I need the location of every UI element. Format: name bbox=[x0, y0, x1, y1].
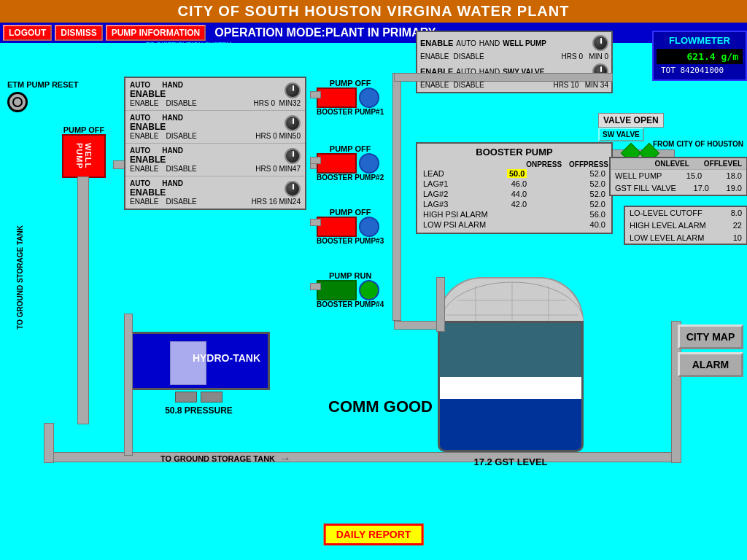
hand-label-1: HAND bbox=[162, 81, 183, 89]
disable-4[interactable]: DISABLE bbox=[166, 198, 196, 206]
disable-2[interactable]: DISABLE bbox=[166, 132, 196, 140]
lag2-label: LAG#2 bbox=[423, 190, 448, 198]
low-psi-row: LOW PSI ALARM 40.0 bbox=[420, 219, 608, 230]
booster-pump-1-area: PUMP OFF BOOSTER PUMP#1 bbox=[317, 79, 384, 116]
disable-1[interactable]: DISABLE bbox=[166, 99, 196, 107]
side-label-text: TO GROUND STORAGE TANK bbox=[16, 225, 24, 330]
pipe-h-1 bbox=[310, 91, 321, 98]
booster-1-status: PUMP OFF bbox=[317, 79, 384, 88]
page-header: CITY OF SOUTH HOUSTON VIRGINA WATER PLAN… bbox=[0, 0, 747, 23]
logout-button[interactable]: LOGOUT bbox=[3, 25, 52, 41]
enable-3[interactable]: ENABLE bbox=[130, 165, 158, 173]
sw-valve-button[interactable]: SW VALVE bbox=[598, 128, 644, 141]
booster-4-body bbox=[317, 280, 384, 300]
enable-4[interactable]: ENABLE bbox=[130, 198, 158, 206]
enable-wp[interactable]: ENABLE bbox=[420, 52, 449, 61]
well-pump-knob[interactable] bbox=[592, 35, 608, 51]
high-psi-row: HIGH PSI ALARM 56.0 bbox=[420, 209, 608, 219]
disable-3[interactable]: DISABLE bbox=[166, 165, 196, 173]
booster-3-body bbox=[317, 217, 384, 237]
well-enable-row1: ENABLE AUTO HAND WELL PUMP bbox=[420, 35, 608, 51]
hydro-tank-label: HYDRO-TANK bbox=[193, 352, 260, 364]
booster-3-label: BOOSTER PUMP#3 bbox=[317, 237, 384, 245]
booster-pump-3-area: PUMP OFF BOOSTER PUMP#3 bbox=[317, 208, 384, 245]
booster-1-motor bbox=[359, 88, 379, 108]
well-pump-on-val: 15.0 bbox=[686, 171, 702, 180]
to-distribution-label: TO DISTRIBUTION SYSTEM bbox=[146, 41, 232, 48]
enable-label-2: ENABLE bbox=[130, 122, 183, 132]
dismiss-button[interactable]: DISMISS bbox=[55, 25, 102, 41]
hand-label-2: HAND bbox=[162, 114, 183, 122]
pipe-gst-v bbox=[436, 277, 445, 332]
booster-pump-2-area: PUMP OFF BOOSTER PUMP#2 bbox=[317, 144, 384, 182]
enable-sv[interactable]: ENABLE bbox=[420, 81, 449, 89]
hydro-pressure-label: 50.8 PRESSURE bbox=[128, 405, 270, 416]
valve-area: VALVE OPEN SW VALVE bbox=[598, 113, 664, 141]
lag3-off: 52.0 bbox=[590, 200, 605, 209]
lag1-off: 52.0 bbox=[590, 179, 605, 188]
lead-off-val: 52.0 bbox=[590, 169, 605, 178]
etm-pump-reset: ETM PUMP RESET bbox=[7, 80, 79, 112]
to-gst-side-label: TO GROUND STORAGE TANK bbox=[16, 204, 24, 350]
gst-arrow bbox=[279, 452, 291, 465]
cutoff-panel: LO-LEVEL CUTOFF 8.0 HIGH LEVEL ALARM 22 … bbox=[624, 206, 747, 245]
pump-off-label: PUMP OFF bbox=[62, 125, 106, 134]
auto-label-1: AUTO bbox=[130, 81, 150, 89]
pump-row-1: AUTO HAND ENABLE ENABLE DISABLE HRS 0 MI… bbox=[125, 78, 305, 111]
lag1-on: 46.0 bbox=[511, 179, 527, 188]
tot-value: 842041000 bbox=[681, 66, 724, 75]
booster-config-title: BOOSTER PUMP bbox=[420, 147, 608, 158]
hydro-tank-area: HYDRO-TANK 50.8 PRESSURE bbox=[128, 332, 270, 416]
enable-label-wp: ENABLE bbox=[420, 39, 453, 47]
enable-label-1: ENABLE bbox=[130, 89, 183, 99]
enable-label-4: ENABLE bbox=[130, 187, 183, 198]
from-city-label: FROM CITY OF HOUSTON bbox=[653, 140, 743, 148]
lag1-row: LAG#1 46.0 52.0 bbox=[420, 179, 608, 189]
gst-water-level bbox=[440, 399, 581, 450]
page-title: CITY OF SOUTH HOUSTON VIRGINA WATER PLAN… bbox=[178, 3, 570, 19]
lag3-on: 42.0 bbox=[511, 200, 527, 209]
lo-level-cutoff-val: 8.0 bbox=[731, 209, 742, 217]
well-pump-box: WELL PUMP bbox=[62, 134, 106, 178]
min-1: MIN32 bbox=[279, 99, 301, 107]
pipe-h-2 bbox=[310, 157, 321, 164]
well-pump-level-row: WELL PUMP 15.0 18.0 bbox=[611, 170, 746, 182]
hydro-tank: HYDRO-TANK bbox=[128, 332, 270, 390]
enable-1[interactable]: ENABLE bbox=[130, 99, 158, 107]
lag3-label: LAG#3 bbox=[423, 200, 448, 209]
city-map-button[interactable]: CITY MAP bbox=[678, 324, 743, 349]
pump-info-button[interactable]: PUMP INFORMATION bbox=[106, 25, 206, 41]
disable-sv[interactable]: DISABLE bbox=[453, 81, 484, 89]
gst-fill-off-val: 19.0 bbox=[727, 184, 742, 192]
pipe-left-panel bbox=[124, 314, 133, 456]
pipe-well-down bbox=[77, 176, 89, 424]
pipe-dist-h bbox=[394, 73, 613, 82]
pump-knob-1[interactable] bbox=[285, 82, 301, 98]
pump-knob-4[interactable] bbox=[285, 181, 301, 197]
disable-wp[interactable]: DISABLE bbox=[453, 52, 484, 61]
level-header: ONLEVEL OFFLEVEL bbox=[611, 158, 746, 170]
gst-area: 17.2 GST LEVEL bbox=[438, 277, 584, 467]
low-alarm-label: LOW LEVEL ALARM bbox=[630, 233, 704, 242]
lo-level-cutoff-row: LO-LEVEL CUTOFF 8.0 bbox=[625, 207, 746, 219]
lead-on-val[interactable]: 50.0 bbox=[507, 169, 527, 178]
pump-knob-2[interactable] bbox=[285, 115, 301, 131]
daily-report-button[interactable]: DAILY REPORT bbox=[324, 524, 424, 545]
lag1-label: LAG#1 bbox=[423, 179, 448, 188]
well-pump-level-label: WELL PUMP bbox=[615, 171, 662, 180]
booster-3-status: PUMP OFF bbox=[317, 208, 384, 217]
etm-reset-button[interactable] bbox=[7, 92, 28, 112]
lag2-off: 52.0 bbox=[590, 190, 605, 198]
pump-row-2: AUTO HAND ENABLE ENABLE DISABLE HRS 0 MI… bbox=[125, 111, 305, 144]
pump-knob-3[interactable] bbox=[285, 148, 301, 164]
lo-level-cutoff-label: LO-LEVEL CUTOFF bbox=[630, 209, 703, 217]
to-gst-text: TO GROUND STORAGE TANK bbox=[160, 454, 275, 463]
booster-4-status: PUMP RUN bbox=[317, 271, 384, 280]
low-psi-label: LOW PSI ALARM bbox=[423, 220, 486, 229]
booster-pump-4-area: PUMP RUN BOOSTER PUMP#4 bbox=[317, 271, 384, 308]
enable-2[interactable]: ENABLE bbox=[130, 132, 158, 140]
valve-open-label: VALVE OPEN bbox=[598, 113, 664, 128]
alarm-button[interactable]: ALARM bbox=[678, 352, 743, 377]
booster-2-status: PUMP OFF bbox=[317, 144, 384, 153]
gst-tank bbox=[438, 321, 584, 452]
